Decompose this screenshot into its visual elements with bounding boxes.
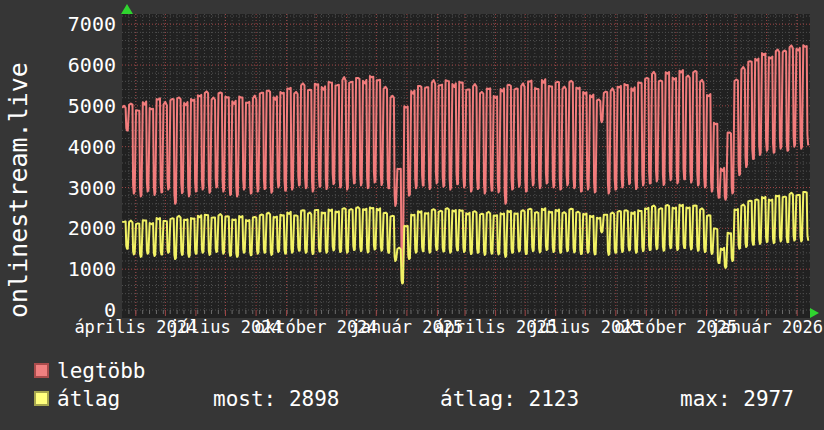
stat-most-value: 2898 bbox=[289, 387, 340, 411]
x-axis-label: január 2026 bbox=[710, 319, 823, 336]
y-axis-label: 2000 bbox=[0, 218, 116, 238]
stat-max-label: max: bbox=[680, 387, 731, 411]
legend-label-legtobb: legtöbb bbox=[57, 362, 146, 381]
plot-svg bbox=[122, 14, 810, 318]
y-axis-arrow-icon bbox=[121, 4, 133, 14]
stat-atlag: átlag: 2123 bbox=[440, 390, 579, 409]
stat-most: most: 2898 bbox=[213, 390, 339, 409]
y-axis-label: 1000 bbox=[0, 259, 116, 279]
y-axis-label: 4000 bbox=[0, 137, 116, 157]
stat-most-label: most: bbox=[213, 387, 276, 411]
stat-max-value: 2977 bbox=[743, 387, 794, 411]
legend-label-atlag: átlag bbox=[57, 390, 120, 409]
plot-area bbox=[122, 14, 810, 318]
y-axis-label: 7000 bbox=[0, 14, 116, 34]
legend-swatch-atlag bbox=[34, 391, 49, 406]
stat-atlag-value: 2123 bbox=[529, 387, 580, 411]
y-axis-label: 6000 bbox=[0, 55, 116, 75]
y-axis-label: 5000 bbox=[0, 96, 116, 116]
legend-swatch-legtobb bbox=[34, 363, 49, 378]
y-axis-label: 3000 bbox=[0, 178, 116, 198]
legend-row-atlag: átlag most: 2898 átlag: 2123 max: 2977 bbox=[34, 390, 814, 408]
stat-max: max: 2977 bbox=[680, 390, 794, 409]
stat-atlag-label: átlag: bbox=[440, 387, 516, 411]
graph: onlinestream.live 7000600050004000300020… bbox=[0, 0, 824, 430]
